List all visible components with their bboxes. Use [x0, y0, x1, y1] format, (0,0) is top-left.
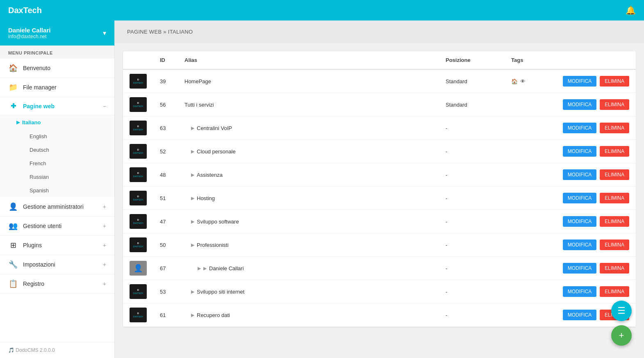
cell-tags: [505, 233, 554, 257]
modifica-button[interactable]: MODIFICA: [563, 146, 597, 157]
sidebar-item-plugins[interactable]: ⊞ Plugins +: [0, 236, 114, 255]
sidebar-item-file-manager[interactable]: 📁 File manager: [0, 78, 114, 97]
elimina-button[interactable]: ELIMINA: [600, 146, 629, 157]
svg-text:DAXTECH: DAXTECH: [133, 315, 143, 318]
expand-icon-4[interactable]: +: [103, 261, 106, 268]
cell-id: 39: [153, 69, 178, 93]
svg-text:D: D: [137, 312, 139, 315]
expand-icon-5[interactable]: +: [103, 280, 106, 287]
alias-text: Tutti i servizi: [184, 102, 214, 108]
col-header-actions: [554, 51, 636, 69]
modifica-button[interactable]: MODIFICA: [563, 239, 597, 250]
cell-tags: 🏠👁: [505, 69, 554, 93]
sidebar-item-impostazioni[interactable]: 🔧 Impostazioni +: [0, 255, 114, 274]
sidebar-item-pagine-web[interactable]: ✚ Pagine web −: [0, 97, 114, 115]
sidebar-item-deutsch[interactable]: Deutsch: [8, 143, 114, 157]
breadcrumb-separator: »: [163, 29, 168, 35]
svg-rect-24: [132, 286, 144, 297]
modifica-button[interactable]: MODIFICA: [563, 76, 597, 87]
cell-id: 50: [153, 233, 178, 257]
expand-arrow: ▶: [191, 242, 194, 248]
sidebar-item-russian[interactable]: Russian: [8, 170, 114, 184]
menu-icon: ☰: [617, 306, 626, 316]
col-header-id: ID: [153, 51, 178, 69]
cell-tags: [505, 303, 554, 327]
elimina-button[interactable]: ELIMINA: [600, 239, 629, 250]
fab-menu-button[interactable]: ☰: [611, 301, 632, 321]
content-area: PAGINE WEB » ITALIANO ID Alias Posizione…: [115, 21, 644, 358]
sidebar-item-gestione-amministratori[interactable]: 👤 Gestione amministratori +: [0, 197, 114, 217]
pages-table-container: ID Alias Posizione Tags D DAXTECH 39Home…: [123, 51, 636, 327]
modifica-button[interactable]: MODIFICA: [563, 99, 597, 110]
elimina-button[interactable]: ELIMINA: [600, 286, 629, 297]
sidebar-user[interactable]: Daniele Callari info@daxtech.net ▾: [0, 21, 114, 46]
sidebar-item-registro[interactable]: 📋 Registro +: [0, 274, 114, 294]
elimina-button[interactable]: ELIMINA: [600, 216, 629, 227]
elimina-button[interactable]: ELIMINA: [600, 123, 629, 133]
modifica-button[interactable]: MODIFICA: [563, 169, 597, 180]
elimina-button[interactable]: ELIMINA: [600, 193, 629, 203]
cell-actions: MODIFICA ELIMINA: [554, 210, 636, 233]
elimina-button[interactable]: ELIMINA: [600, 169, 629, 180]
fab-add-button[interactable]: +: [611, 325, 632, 346]
cell-actions: MODIFICA ELIMINA: [554, 116, 636, 140]
sidebar-item-french[interactable]: French: [8, 157, 114, 170]
cell-thumb: 👤: [123, 257, 153, 280]
cell-thumb: D DAXTECH: [123, 210, 153, 233]
modifica-button[interactable]: MODIFICA: [563, 263, 597, 274]
nav-label-gestione-utenti: Gestione utenti: [23, 223, 103, 229]
sidebar-item-gestione-utenti[interactable]: 👥 Gestione utenti +: [0, 217, 114, 236]
sidebar-item-italiano[interactable]: ▶ Italiano: [8, 115, 114, 130]
modifica-button[interactable]: MODIFICA: [563, 193, 597, 203]
cell-actions: MODIFICA ELIMINA: [554, 69, 636, 93]
users-icon: 👥: [8, 221, 18, 230]
thumb-person: 👤: [130, 261, 147, 276]
table-row: D DAXTECH 63▶Centralini VoIP- MODIFICA E…: [123, 116, 636, 140]
elimina-button[interactable]: ELIMINA: [600, 99, 629, 110]
cell-alias: ▶Recupero dati: [178, 303, 439, 327]
sidebar-footer: 🎵 DodoCMS 2.0.0.0: [0, 342, 114, 358]
alias-text: HomePage: [184, 78, 211, 84]
cell-tags: [505, 93, 554, 116]
cms-version: DodoCMS 2.0.0.0: [16, 347, 55, 353]
expand-icon-2[interactable]: +: [103, 223, 106, 229]
cell-actions: MODIFICA ELIMINA: [554, 93, 636, 116]
cell-thumb: D DAXTECH: [123, 233, 153, 257]
cell-id: 53: [153, 280, 178, 303]
modifica-button[interactable]: MODIFICA: [563, 216, 597, 227]
cell-alias: Tutti i servizi: [178, 93, 439, 116]
sidebar-item-benvenuto[interactable]: 🏠 Benvenuto: [0, 59, 114, 78]
alias-text: ▶Centralini VoIP: [184, 125, 432, 131]
svg-rect-27: [132, 309, 144, 321]
alias-text: ▶Assistenza: [184, 172, 432, 178]
expand-icon[interactable]: +: [103, 203, 106, 210]
elimina-button[interactable]: ELIMINA: [600, 263, 629, 274]
user-email: info@daxtech.net: [8, 34, 50, 39]
cell-alias: ▶Professionisti: [178, 233, 439, 257]
table-row: D DAXTECH 51▶Hosting- MODIFICA ELIMINA: [123, 187, 636, 210]
plugin-icon: ⊞: [8, 241, 18, 250]
cell-id: 63: [153, 116, 178, 140]
notification-bell-icon[interactable]: 🔔: [626, 5, 636, 15]
expand-icon-3[interactable]: +: [103, 242, 106, 249]
svg-text:DAXTECH: DAXTECH: [133, 128, 143, 131]
elimina-button[interactable]: ELIMINA: [600, 76, 629, 87]
modifica-button[interactable]: MODIFICA: [563, 286, 597, 297]
sidebar-item-english[interactable]: English: [8, 130, 114, 143]
nav-label-file-manager: File manager: [23, 84, 106, 91]
sidebar-item-spanish[interactable]: Spanish: [8, 184, 114, 197]
collapse-icon[interactable]: −: [103, 103, 106, 109]
cell-actions: MODIFICA ELIMINA: [554, 233, 636, 257]
table-row: D DAXTECH 39HomePageStandard🏠👁 MODIFICA …: [123, 69, 636, 93]
cell-posizione: -: [439, 303, 505, 327]
expand-arrow2: ▶: [203, 266, 207, 271]
nav-label-impostazioni: Impostazioni: [23, 261, 103, 268]
cell-posizione: -: [439, 280, 505, 303]
cell-id: 52: [153, 140, 178, 163]
nav-label-pagine-web: Pagine web: [23, 103, 103, 109]
svg-rect-0: [132, 75, 144, 87]
modifica-button[interactable]: MODIFICA: [563, 123, 597, 133]
svg-rect-12: [132, 169, 144, 180]
cell-thumb: D DAXTECH: [123, 93, 153, 116]
modifica-button[interactable]: MODIFICA: [563, 310, 597, 320]
